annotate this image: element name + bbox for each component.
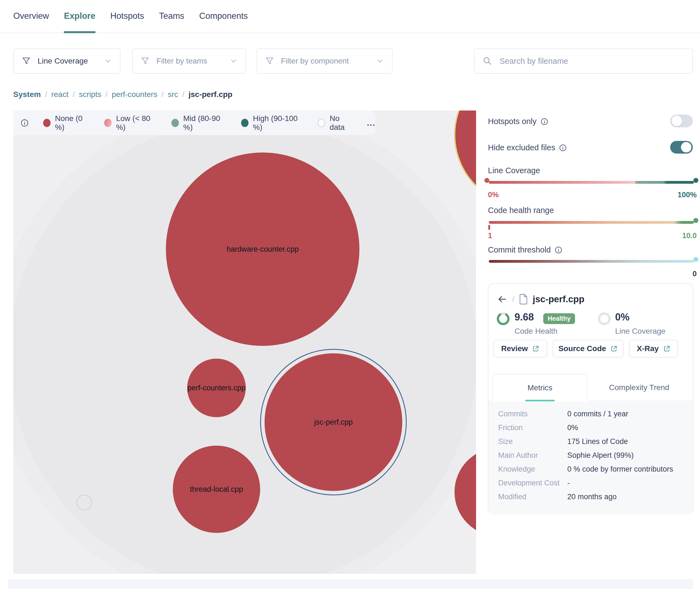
external-link-icon: [610, 345, 617, 352]
health-status-badge: Healthy: [543, 313, 575, 324]
line-coverage-max-handle[interactable]: [693, 178, 698, 183]
tab-explore[interactable]: Explore: [64, 0, 95, 33]
code-health-ring-icon: [497, 313, 510, 325]
teams-filter-dropdown[interactable]: Filter by teams: [132, 48, 246, 74]
metrics-table: Commits 0 commits / 1 year Friction 0% S…: [488, 402, 693, 513]
breadcrumb-separator: /: [105, 90, 108, 99]
code-health-min-value: 1: [488, 231, 492, 240]
info-icon[interactable]: [541, 118, 548, 126]
row-value: 175 Lines of Code: [567, 437, 628, 446]
file-detail-card: / jsc-perf.cpp 9.68 Healthy Code Health …: [488, 283, 693, 513]
filename-search: [474, 48, 693, 74]
breadcrumb-src[interactable]: src: [168, 90, 178, 99]
breadcrumb-scripts[interactable]: scripts: [79, 90, 101, 99]
review-button[interactable]: Review: [494, 340, 547, 358]
tab-hotspots[interactable]: Hotspots: [110, 0, 144, 33]
review-button-label: Review: [501, 344, 528, 353]
hotspots-only-label: Hotspots only: [488, 117, 548, 126]
legend-more-button[interactable]: ...: [367, 118, 376, 128]
row-label: Main Author: [498, 451, 538, 460]
hotspots-only-text: Hotspots only: [488, 117, 537, 126]
xray-button[interactable]: X-Ray: [629, 340, 678, 358]
commit-threshold-handle[interactable]: [693, 257, 698, 262]
tab-teams[interactable]: Teams: [159, 0, 184, 33]
page: Overview Explore Hotspots Teams Componen…: [0, 0, 700, 589]
line-coverage-slider[interactable]: [489, 181, 694, 184]
tab-overview[interactable]: Overview: [13, 0, 49, 33]
row-label: Friction: [498, 423, 523, 432]
line-coverage-text: Line Coverage: [488, 166, 540, 175]
code-health-min-handle[interactable]: [488, 225, 490, 230]
commit-threshold-slider[interactable]: [489, 260, 694, 263]
code-health-max-handle[interactable]: [693, 218, 698, 223]
hide-excluded-toggle[interactable]: [670, 141, 693, 154]
row-value: -: [567, 479, 570, 487]
bubble-no-data[interactable]: [77, 495, 92, 510]
bubble-label: hardware-counter.cpp: [227, 245, 299, 254]
tab-complexity-trend[interactable]: Complexity Trend: [593, 374, 685, 401]
back-arrow-icon[interactable]: [497, 294, 507, 305]
commit-threshold-text: Commit threshold: [488, 245, 551, 254]
next-section-edge: [8, 579, 693, 589]
line-coverage-min-value: 0%: [488, 191, 499, 199]
tab-components[interactable]: Components: [199, 0, 248, 33]
code-health-label: Code Health: [515, 327, 558, 336]
toggle-knob: [672, 116, 682, 126]
breadcrumb-separator: /: [182, 90, 184, 99]
legend-dot-mid: [171, 119, 179, 127]
row-value: Sophie Alpert (99%): [567, 451, 634, 460]
legend-item-low[interactable]: Low (< 80 %): [104, 114, 157, 132]
legend-dot-high: [241, 119, 249, 127]
chevron-down-icon: [376, 57, 384, 65]
source-code-button[interactable]: Source Code: [553, 340, 623, 358]
info-icon[interactable]: [559, 144, 567, 152]
table-row-modified: Modified 20 months ago: [488, 493, 693, 504]
external-link-icon: [532, 345, 539, 352]
commit-threshold-value: 0: [693, 270, 697, 278]
legend-label: High (90-100 %): [253, 114, 303, 132]
line-coverage-slider-label: Line Coverage: [488, 166, 540, 175]
info-icon[interactable]: [20, 119, 29, 127]
metric-filter-dropdown[interactable]: Line Coverage: [13, 48, 121, 74]
bubble-jsc-perf-selected[interactable]: jsc-perf.cpp: [265, 353, 402, 491]
legend-dot-none: [43, 119, 50, 127]
search-input[interactable]: [500, 57, 666, 66]
code-health-range-label: Code health range: [488, 206, 554, 215]
info-icon[interactable]: [555, 246, 562, 254]
legend-item-high[interactable]: High (90-100 %): [241, 114, 303, 132]
chevron-down-icon: [104, 57, 112, 65]
commit-threshold-label: Commit threshold: [488, 245, 562, 254]
legend-label: None (0 %): [55, 114, 90, 132]
line-coverage-max-value: 100%: [678, 191, 697, 199]
table-row-development-cost: Development Cost -: [488, 479, 693, 490]
file-detail-header: / jsc-perf.cpp: [497, 294, 584, 305]
source-code-button-label: Source Code: [558, 344, 606, 353]
legend-label: No data: [329, 114, 354, 132]
line-coverage-min-handle[interactable]: [484, 178, 489, 183]
breadcrumb-perf-counters[interactable]: perf-counters: [112, 90, 157, 99]
bubble-perf-counters[interactable]: perf-counters.cpp: [187, 359, 246, 417]
legend-item-none[interactable]: None (0 %): [43, 114, 90, 132]
hotspots-only-toggle[interactable]: [670, 115, 693, 127]
row-label: Knowledge: [498, 465, 535, 473]
hide-excluded-label: Hide excluded files: [488, 143, 567, 152]
table-row-size: Size 175 Lines of Code: [488, 437, 693, 449]
row-value: 0 % code by former contributors: [567, 465, 673, 473]
tab-metrics[interactable]: Metrics: [493, 374, 587, 401]
breadcrumb-system[interactable]: System: [13, 90, 41, 99]
line-coverage-label: Line Coverage: [615, 327, 666, 336]
legend-item-no-data[interactable]: No data: [318, 114, 354, 132]
legend-label: Mid (80-90 %): [183, 114, 227, 132]
component-filter-dropdown[interactable]: Filter by component: [257, 48, 393, 74]
breadcrumb-current-file: jsc-perf.cpp: [188, 90, 233, 99]
code-map: hardware-counter.cpp perf-counters.cpp j…: [13, 111, 476, 574]
row-label: Development Cost: [498, 479, 560, 487]
code-health-range-slider[interactable]: [489, 221, 694, 224]
breadcrumb-separator: /: [73, 90, 75, 99]
funnel-icon: [265, 56, 274, 66]
bubble-thread-local[interactable]: thread-local.cpp: [173, 446, 260, 533]
chevron-down-icon: [230, 57, 238, 65]
breadcrumb-react[interactable]: react: [51, 90, 68, 99]
legend-item-mid[interactable]: Mid (80-90 %): [171, 114, 227, 132]
bubble-hardware-counter[interactable]: hardware-counter.cpp: [166, 153, 360, 346]
